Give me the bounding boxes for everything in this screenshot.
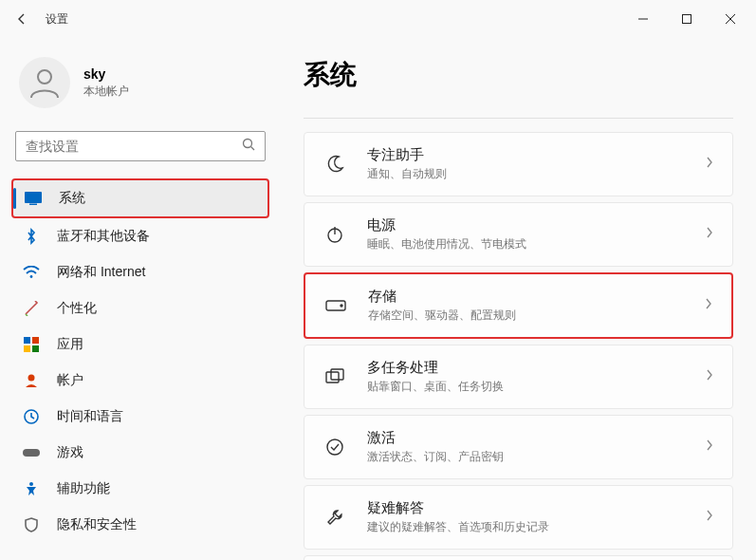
- minimize-icon: [638, 14, 648, 24]
- maximize-button[interactable]: [665, 4, 709, 34]
- check-icon: [323, 436, 346, 458]
- svg-point-5: [244, 140, 252, 148]
- sidebar-item-personalize[interactable]: 个性化: [11, 290, 269, 327]
- nav-label: 帐户: [57, 372, 83, 389]
- card-storage[interactable]: 存储存储空间、驱动器、配置规则: [304, 272, 733, 339]
- svg-point-24: [327, 439, 342, 455]
- svg-point-4: [38, 70, 51, 84]
- sidebar-item-network[interactable]: 网络和 Internet: [11, 254, 269, 290]
- brush-icon: [23, 300, 40, 317]
- power-icon: [323, 223, 346, 246]
- nav-label: 应用: [57, 336, 83, 353]
- card-recovery[interactable]: 恢复: [304, 555, 733, 560]
- close-button[interactable]: [709, 4, 752, 34]
- user-name: sky: [83, 66, 129, 82]
- card-focus-assist[interactable]: 专注助手通知、自动规则: [304, 132, 733, 196]
- wifi-icon: [23, 264, 40, 281]
- sidebar-item-time[interactable]: 时间和语言: [11, 399, 269, 435]
- svg-rect-12: [24, 345, 30, 352]
- svg-rect-11: [32, 337, 39, 344]
- chevron-right-icon: [706, 439, 713, 456]
- card-title: 疑难解答: [367, 499, 706, 517]
- divider: [304, 118, 733, 119]
- nav-label: 辅助功能: [57, 480, 110, 497]
- multitask-icon: [323, 365, 346, 388]
- svg-rect-1: [683, 15, 691, 24]
- maximize-icon: [682, 14, 691, 24]
- svg-line-6: [251, 147, 255, 151]
- chevron-right-icon: [706, 156, 713, 173]
- apps-icon: [23, 336, 40, 353]
- svg-rect-8: [29, 204, 37, 206]
- svg-rect-13: [32, 345, 39, 352]
- svg-point-21: [341, 305, 342, 307]
- card-sub: 贴靠窗口、桌面、任务切换: [367, 379, 706, 395]
- arrow-left-icon: [15, 11, 30, 27]
- avatar: [19, 57, 70, 108]
- nav-label: 游戏: [57, 444, 83, 461]
- svg-rect-16: [23, 449, 40, 457]
- card-title: 激活: [367, 429, 706, 447]
- card-power[interactable]: 电源睡眠、电池使用情况、节电模式: [304, 202, 733, 267]
- svg-rect-10: [24, 337, 30, 344]
- user-block[interactable]: sky 本地帐户: [11, 47, 269, 131]
- svg-point-9: [30, 275, 33, 278]
- nav-label: 系统: [59, 190, 85, 207]
- card-sub: 睡眠、电池使用情况、节电模式: [367, 236, 706, 252]
- svg-rect-7: [25, 192, 42, 203]
- nav-label: 网络和 Internet: [57, 264, 145, 281]
- chevron-right-icon: [706, 509, 713, 526]
- sidebar-item-privacy[interactable]: 隐私和安全性: [11, 507, 269, 543]
- search-icon: [232, 138, 265, 155]
- search-input[interactable]: [16, 139, 232, 154]
- back-button[interactable]: [4, 0, 42, 38]
- chevron-right-icon: [706, 368, 713, 385]
- minimize-button[interactable]: [621, 4, 665, 34]
- svg-rect-23: [331, 369, 343, 380]
- page-title: 系统: [304, 57, 733, 93]
- gaming-icon: [23, 444, 40, 461]
- person-icon: [26, 64, 64, 102]
- search-box[interactable]: [15, 131, 266, 161]
- sidebar-item-bluetooth[interactable]: 蓝牙和其他设备: [11, 218, 269, 254]
- card-sub: 通知、自动规则: [367, 166, 706, 182]
- storage-icon: [324, 294, 347, 317]
- sidebar-item-accessibility[interactable]: 辅助功能: [11, 471, 269, 507]
- svg-rect-22: [326, 372, 339, 383]
- card-title: 存储: [368, 288, 705, 306]
- sidebar-item-gaming[interactable]: 游戏: [11, 435, 269, 471]
- window-controls: [621, 4, 752, 34]
- content-area: 系统 专注助手通知、自动规则 电源睡眠、电池使用情况、节电模式 存储存储空间、驱…: [281, 38, 756, 560]
- nav-list: 系统 蓝牙和其他设备 网络和 Internet 个性化 应用 帐户: [11, 178, 269, 543]
- sidebar-item-accounts[interactable]: 帐户: [11, 363, 269, 399]
- shield-icon: [23, 516, 40, 533]
- svg-point-14: [28, 375, 35, 382]
- card-sub: 存储空间、驱动器、配置规则: [368, 308, 705, 324]
- card-sub: 激活状态、订阅、产品密钥: [367, 449, 706, 465]
- card-activation[interactable]: 激活激活状态、订阅、产品密钥: [304, 415, 733, 479]
- close-icon: [726, 14, 735, 24]
- nav-label: 个性化: [57, 300, 97, 317]
- titlebar: 设置: [0, 0, 756, 38]
- bluetooth-icon: [23, 228, 40, 245]
- user-sub: 本地帐户: [83, 84, 129, 100]
- chevron-right-icon: [706, 226, 713, 243]
- accessibility-icon: [23, 480, 40, 497]
- chevron-right-icon: [705, 297, 712, 314]
- nav-label: 隐私和安全性: [57, 516, 137, 533]
- sidebar: sky 本地帐户 系统 蓝牙和其他设备 网络和 Internet: [0, 38, 281, 560]
- card-title: 专注助手: [367, 146, 706, 164]
- wrench-icon: [323, 506, 346, 529]
- sidebar-item-system[interactable]: 系统: [11, 178, 269, 218]
- sidebar-item-apps[interactable]: 应用: [11, 327, 269, 363]
- clock-icon: [23, 408, 40, 425]
- account-icon: [23, 372, 40, 389]
- moon-icon: [323, 153, 346, 176]
- card-troubleshoot[interactable]: 疑难解答建议的疑难解答、首选项和历史记录: [304, 485, 733, 550]
- card-sub: 建议的疑难解答、首选项和历史记录: [367, 519, 706, 535]
- card-title: 多任务处理: [367, 359, 706, 377]
- card-multitask[interactable]: 多任务处理贴靠窗口、桌面、任务切换: [304, 345, 733, 409]
- svg-point-17: [29, 482, 33, 486]
- window-title: 设置: [46, 11, 68, 28]
- nav-label: 时间和语言: [57, 408, 123, 425]
